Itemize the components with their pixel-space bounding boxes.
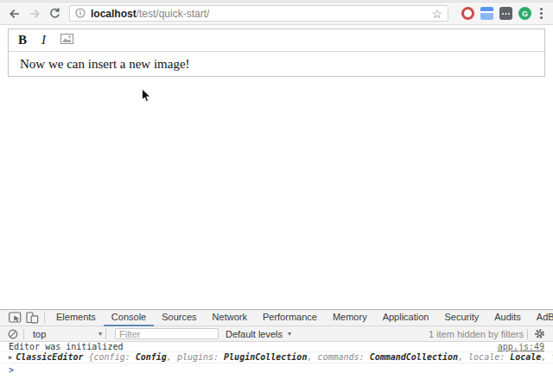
info-icon[interactable] <box>75 6 86 22</box>
bold-button[interactable]: B <box>18 34 27 47</box>
console-message-text: Editor was initialized <box>9 343 123 351</box>
tab-audits[interactable]: Audits <box>486 310 529 326</box>
divider <box>105 329 106 339</box>
tab-memory[interactable]: Memory <box>325 310 375 326</box>
devtools-tabs: ElementsConsoleSourcesNetworkPerformance… <box>48 310 553 326</box>
preview-segment: Locale <box>510 352 541 362</box>
context-label: top <box>33 329 46 339</box>
preview-segment: CommandCollection <box>370 352 458 362</box>
rich-text-editor: B I Now we can insert a new image! <box>8 28 545 77</box>
tab-elements[interactable]: Elements <box>48 310 104 326</box>
source-link[interactable]: app.js:49 <box>498 343 544 351</box>
url-path: /test/quick-start/ <box>137 8 210 20</box>
expand-triangle-icon[interactable]: ▶ <box>9 353 12 362</box>
console-toolbar: top ▾ Default levels ▾ 1 item hidden by … <box>0 326 553 342</box>
url-text[interactable]: localhost/test/quick-start/ <box>91 8 426 20</box>
device-toolbar-icon[interactable] <box>23 310 41 326</box>
preview-segment: , <box>541 352 551 362</box>
tab-network[interactable]: Network <box>205 310 255 326</box>
bookmark-star-icon[interactable]: ☆ <box>431 8 442 20</box>
console-filter-input[interactable] <box>115 328 219 339</box>
preview-segment: commands: <box>317 352 369 362</box>
mouse-cursor <box>141 88 151 107</box>
execution-context-selector[interactable]: top ▾ <box>28 329 102 339</box>
preview-segment: ClassicEditor <box>16 352 88 362</box>
extension-icon-red-ring[interactable] <box>461 7 474 20</box>
console-object-preview[interactable]: ClassicEditor {config: Config, plugins: … <box>16 353 553 362</box>
browser-menu-icon[interactable] <box>540 8 543 10</box>
clear-console-icon[interactable] <box>6 326 20 342</box>
editor-toolbar: B I <box>9 29 544 52</box>
back-icon[interactable] <box>7 7 22 21</box>
console-object-row: ▶ ClassicEditor {config: Config, plugins… <box>0 352 553 364</box>
italic-button[interactable]: I <box>41 34 46 47</box>
tab-sources[interactable]: Sources <box>154 310 204 326</box>
console-prompt-row[interactable]: > <box>0 364 553 377</box>
extension-icon-gray-dots[interactable] <box>499 7 512 20</box>
tab-adblock[interactable]: AdBlock <box>529 310 553 326</box>
preview-segment: , <box>307 352 317 362</box>
preview-segment: config: <box>94 352 136 362</box>
inspect-element-icon[interactable] <box>6 310 23 326</box>
log-levels-dropdown[interactable]: Default levels ▾ <box>226 329 291 339</box>
preview-segment: , <box>458 352 468 362</box>
preview-segment: plugins: <box>177 352 224 362</box>
preview-segment: PluginCollection <box>224 352 307 362</box>
levels-label: Default levels <box>226 329 283 339</box>
insert-image-button[interactable] <box>60 34 73 47</box>
divider <box>44 313 45 323</box>
page-content: B I Now we can insert a new image! <box>0 28 553 313</box>
divider <box>527 329 528 339</box>
url-host: localhost <box>91 8 137 20</box>
preview-segment: Config <box>136 352 167 362</box>
address-bar[interactable]: localhost/test/quick-start/ ☆ <box>69 5 448 22</box>
image-icon <box>60 33 73 47</box>
preview-segment: locale: <box>468 352 510 362</box>
editor-paragraph: Now we can insert a new image! <box>20 57 190 71</box>
extension-icon-grammarly[interactable]: G <box>518 7 531 20</box>
browser-toolbar: localhost/test/quick-start/ ☆ G <box>0 3 553 25</box>
tab-security[interactable]: Security <box>436 310 486 326</box>
tab-performance[interactable]: Performance <box>255 310 325 326</box>
forward-icon[interactable] <box>27 7 42 21</box>
devtools-tabbar: ElementsConsoleSourcesNetworkPerformance… <box>0 310 553 326</box>
editor-content[interactable]: Now we can insert a new image! <box>9 52 544 76</box>
devtools-panel: ElementsConsoleSourcesNetworkPerformance… <box>0 309 553 392</box>
hidden-items-note: 1 item hidden by filters <box>429 329 524 339</box>
console-message-row: Editor was initialized app.js:49 <box>0 342 553 352</box>
settings-gear-icon[interactable] <box>531 326 547 342</box>
tab-console[interactable]: Console <box>104 310 154 326</box>
tab-application[interactable]: Application <box>375 310 437 326</box>
chevron-down-icon: ▾ <box>99 330 102 338</box>
preview-segment: , <box>167 352 177 362</box>
chevron-down-icon: ▾ <box>288 330 291 338</box>
divider <box>23 329 24 339</box>
browser-window: localhost/test/quick-start/ ☆ G B I Now … <box>0 0 553 392</box>
reload-icon[interactable] <box>47 7 62 21</box>
prompt-chevron: > <box>9 365 14 375</box>
console-messages: Editor was initialized app.js:49 ▶ Class… <box>0 342 553 377</box>
extension-icon-blue-panel[interactable] <box>480 7 493 20</box>
